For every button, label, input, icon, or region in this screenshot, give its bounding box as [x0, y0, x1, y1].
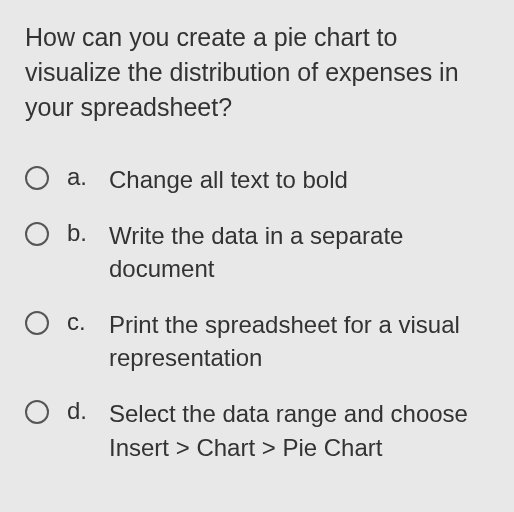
- question-text: How can you create a pie chart to visual…: [25, 20, 489, 125]
- radio-icon[interactable]: [25, 166, 49, 190]
- radio-icon[interactable]: [25, 311, 49, 335]
- option-text: Print the spreadsheet for a visual repre…: [109, 308, 489, 375]
- option-text: Write the data in a separate document: [109, 219, 489, 286]
- option-letter: d.: [67, 397, 93, 425]
- option-letter: c.: [67, 308, 93, 336]
- radio-icon[interactable]: [25, 400, 49, 424]
- option-body: c. Print the spreadsheet for a visual re…: [67, 308, 489, 375]
- option-letter: b.: [67, 219, 93, 247]
- option-d[interactable]: d. Select the data range and choose Inse…: [25, 397, 489, 464]
- radio-icon[interactable]: [25, 222, 49, 246]
- option-text: Select the data range and choose Insert …: [109, 397, 489, 464]
- options-list: a. Change all text to bold b. Write the …: [25, 163, 489, 464]
- option-a[interactable]: a. Change all text to bold: [25, 163, 489, 197]
- option-c[interactable]: c. Print the spreadsheet for a visual re…: [25, 308, 489, 375]
- option-text: Change all text to bold: [109, 163, 348, 197]
- option-body: a. Change all text to bold: [67, 163, 489, 197]
- option-body: b. Write the data in a separate document: [67, 219, 489, 286]
- option-letter: a.: [67, 163, 93, 191]
- option-b[interactable]: b. Write the data in a separate document: [25, 219, 489, 286]
- option-body: d. Select the data range and choose Inse…: [67, 397, 489, 464]
